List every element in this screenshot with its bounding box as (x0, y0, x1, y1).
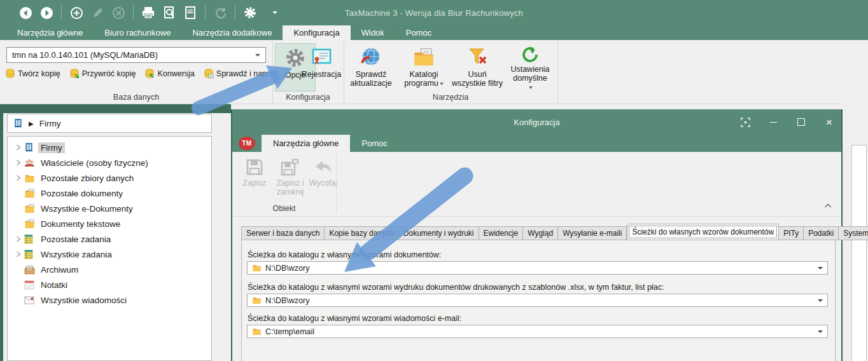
default-settings-button[interactable]: Ustawienia domyślne (506, 43, 554, 92)
add-icon[interactable] (69, 5, 84, 20)
close-button[interactable]: × (823, 116, 835, 128)
expander-icon[interactable] (13, 160, 24, 166)
tab-wyglad[interactable]: Wygląd (523, 226, 558, 240)
back-icon[interactable] (18, 5, 33, 20)
xlsx-templates-path-select[interactable]: N:\DB\wzory (247, 294, 828, 307)
tab-narzedzia-glowne[interactable]: Narzędzia główne (6, 25, 94, 40)
tree-item-wlasciciele[interactable]: Właściciele (osoby fizyczne) (8, 155, 211, 170)
svg-text:PDF: PDF (188, 10, 193, 13)
ribbon-group-baza-danych: tmn na 10.0.140.101 (MySQL/MariaDB) Twór… (0, 40, 273, 104)
tab-pity[interactable]: PITy (779, 226, 804, 240)
dialog-tab-narzedzia-glowne[interactable]: Narzędzia główne (262, 135, 350, 152)
ribbon: tmn na 10.0.140.101 (MySQL/MariaDB) Twór… (0, 40, 868, 104)
tree-item-wszystkie-zadania[interactable]: Wszystkie zadania (8, 247, 211, 262)
tab-narzedzia-dodatkowe[interactable]: Narzędzia dodatkowe (181, 25, 283, 40)
dialog-titlebar[interactable]: Konfiguracja × (232, 109, 841, 135)
tab-system[interactable]: System (839, 226, 868, 240)
path-value: C:\temp\email (265, 327, 314, 336)
refresh-icon (213, 5, 228, 20)
tab-podatki[interactable]: Podatki (804, 226, 839, 240)
archive-icon (24, 265, 38, 275)
tasks-icon (24, 249, 38, 259)
tree-item-wszystkie-wiadomosci[interactable]: Wszystkie wiadomości (8, 292, 211, 308)
print-icon[interactable] (141, 5, 156, 20)
expander-icon[interactable] (13, 236, 24, 242)
settings-gear-icon[interactable] (242, 5, 258, 20)
tab-serwer-i-baza-danych[interactable]: Serwer i baza danych (241, 226, 325, 240)
folder-icon (252, 327, 262, 336)
tree-item-wszystkie-edokumenty[interactable]: Wszystkie e-Dokumenty (8, 201, 211, 216)
program-folders-button[interactable]: Katalogi programu (400, 43, 448, 92)
quick-toolbar: PDF (18, 4, 277, 21)
restore-backup-button[interactable]: Przywróć kopię (69, 69, 136, 79)
tab-kopie-bazy-danych[interactable]: Kopie bazy danych (325, 226, 398, 240)
reset-icon (520, 44, 540, 65)
clear-filters-button[interactable]: Usuń wszystkie filtry (452, 43, 503, 92)
breadcrumb-label: Firmy (39, 119, 61, 128)
filter-remove-icon (466, 44, 488, 70)
tree-item-pozostale-zbiory[interactable]: Pozostałe zbiory danych (8, 170, 211, 186)
tm-logo[interactable]: TM (232, 135, 262, 152)
tab-dokumenty-i-wydruki[interactable]: Dokumenty i wydruki (399, 226, 479, 240)
print-preview-icon[interactable] (162, 5, 177, 20)
scrollbar[interactable] (851, 145, 867, 361)
window-divider-strip (0, 104, 231, 113)
minimize-button[interactable] (767, 116, 779, 128)
folder-icon (24, 174, 38, 183)
tree-item-archiwum[interactable]: Archiwum (8, 262, 211, 277)
expander-icon[interactable] (13, 175, 24, 181)
globe-icon (360, 44, 382, 70)
tree-item-dokumenty-tekstowe[interactable]: Dokumenty tekstowe (8, 216, 211, 231)
konfiguracja-dialog: Konfiguracja × TM Narzędzia główne Pomoc… (231, 109, 843, 361)
tab-sciezki-do-wlasnych-wzorow[interactable]: Ścieżki do własnych wzorów dokumentów (627, 224, 779, 240)
database-connection-select[interactable]: tmn na 10.0.140.101 (MySQL/MariaDB) (6, 47, 266, 63)
field-label: Ścieżka do katalogu z własnymi wzorami w… (248, 314, 461, 323)
tree-item-pozostale-dokumenty[interactable]: Pozostałe dokumenty (8, 186, 211, 201)
tree-item-notatki[interactable]: Notatki (8, 277, 211, 292)
folder-stack-icon (24, 219, 38, 229)
toolbar-separator (133, 6, 134, 20)
chevron-down-icon (255, 54, 260, 57)
dialog-tab-pomoc[interactable]: Pomoc (350, 135, 398, 152)
toolbar-dropdown-arrow[interactable] (272, 11, 277, 14)
dialog-menu: TM Narzędzia główne Pomoc (232, 135, 841, 152)
conversion-button[interactable]: Konwersja (144, 69, 194, 79)
tree-item-firmy[interactable]: Firmy (8, 140, 211, 155)
collapse-ribbon-icon[interactable] (823, 201, 832, 210)
folder-stack-icon (24, 189, 38, 198)
check-repair-button[interactable]: Sprawdź i napraw (204, 69, 279, 79)
create-backup-button[interactable]: Twórz kopię (5, 69, 60, 79)
certificate-icon (311, 44, 332, 70)
expander-icon[interactable] (13, 251, 24, 257)
check-updates-button[interactable]: Sprawdź aktualizacje (347, 43, 395, 92)
tab-biuro-rachunkowe[interactable]: Biuro rachunkowe (94, 25, 181, 40)
notes-icon (24, 280, 38, 290)
save-and-close-button: Zapisz i zamknij (272, 156, 308, 197)
field-label: Ścieżka do katalogu z własnymi wzorami d… (248, 250, 441, 259)
maximize-button[interactable] (795, 116, 807, 128)
pdf-icon[interactable]: PDF (183, 5, 198, 20)
chevron-down-icon (818, 330, 823, 333)
folder-icon (412, 44, 435, 70)
chevron-down-icon (529, 86, 533, 89)
breadcrumb-arrow-icon: ▶ (29, 120, 34, 127)
tab-widok[interactable]: Widok (351, 25, 395, 40)
tab-ewidencje[interactable]: Ewidencje (479, 226, 524, 240)
tab-pomoc[interactable]: Pomoc (395, 25, 442, 40)
toolbar-separator (235, 6, 235, 20)
forward-icon[interactable] (39, 5, 54, 20)
templates-path-select[interactable]: N:\DB\wzory (247, 261, 828, 275)
background-right-strip (843, 40, 868, 361)
theme-icon[interactable] (739, 116, 751, 128)
email-templates-path-select[interactable]: C:\temp\email (247, 325, 828, 338)
save-icon (246, 156, 263, 179)
expander-icon[interactable] (13, 144, 24, 151)
path-value: N:\DB\wzory (265, 264, 309, 273)
main-menu: Narzędzia główne Biuro rachunkowe Narzęd… (0, 25, 868, 40)
breadcrumb[interactable]: ▶ Firmy (7, 114, 212, 133)
path-value: N:\DB\wzory (265, 296, 309, 305)
tree-item-pozostale-zadania[interactable]: Pozostałe zadania (8, 231, 211, 247)
tab-konfiguracja[interactable]: Konfiguracja (283, 25, 350, 40)
registration-button[interactable]: Rejestracja (300, 43, 342, 92)
tab-wysylanie-e-maili[interactable]: Wysyłanie e-maili (558, 226, 627, 240)
